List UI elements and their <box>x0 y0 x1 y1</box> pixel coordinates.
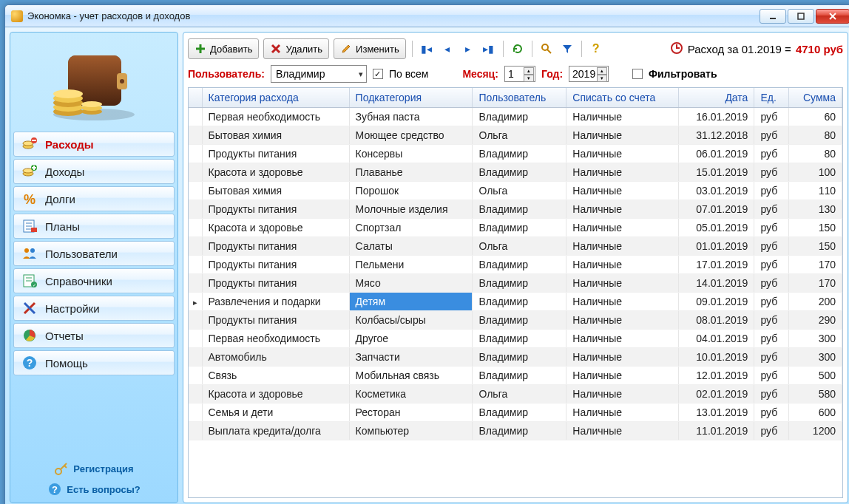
col-header[interactable]: Категория расхода <box>202 88 349 108</box>
nav-prev-icon[interactable]: ◂ <box>439 41 456 57</box>
table-row[interactable]: Красота и здоровьеСпортзалВладимирНаличн… <box>189 219 842 237</box>
cell-user: Владимир <box>473 145 566 163</box>
table-row[interactable]: Продукты питанияПельмениВладимирНаличные… <box>189 256 842 274</box>
table-row[interactable]: Бытовая химияПорошокОльгаНаличные03.01.2… <box>189 182 842 200</box>
cell-user: Владимир <box>473 403 566 422</box>
cell-sum: 80 <box>789 145 842 163</box>
maximize-button[interactable] <box>788 9 814 24</box>
year-input[interactable]: 2019▴▾ <box>569 66 609 82</box>
col-header[interactable]: Ед. <box>754 88 789 108</box>
table-row[interactable]: Продукты питанияСалатыОльгаНаличные01.01… <box>189 237 842 256</box>
cell-user: Владимир <box>473 348 566 367</box>
nav-next-icon[interactable]: ▸ <box>460 41 476 57</box>
app-logo <box>13 35 175 130</box>
sidebar-item-label: Отчеты <box>45 330 84 342</box>
cell-account: Наличные <box>566 403 679 422</box>
add-button[interactable]: Добавить <box>188 38 259 59</box>
col-header[interactable]: Пользователь <box>473 88 566 108</box>
cell-date: 03.01.2019 <box>678 182 754 200</box>
search-icon[interactable] <box>538 41 555 57</box>
table-row[interactable]: Первая необходимостьЗубная пастаВладимир… <box>189 108 842 126</box>
cell-sum: 170 <box>789 274 842 293</box>
table-row[interactable]: Продукты питанияКонсервыВладимирНаличные… <box>189 145 842 163</box>
table-row[interactable]: АвтомобильЗапчастиВладимирНаличные10.01.… <box>189 348 842 367</box>
col-header[interactable]: Подкатегория <box>349 88 473 108</box>
col-header[interactable]: Сумма <box>789 88 842 108</box>
svg-rect-31 <box>31 228 37 232</box>
reload-summary-icon[interactable] <box>670 41 683 57</box>
col-header[interactable]: Списать со счета <box>566 88 679 108</box>
svg-point-44 <box>55 469 61 474</box>
sidebar-item-label: Помощь <box>45 357 88 370</box>
cell-account: Наличные <box>566 219 679 237</box>
cell-date: 14.01.2019 <box>678 274 754 293</box>
cell-account: Наличные <box>566 274 679 293</box>
table-row[interactable]: Красота и здоровьеКосметикаОльгаНаличные… <box>189 385 842 403</box>
help-toolbar-icon[interactable]: ? <box>588 41 604 57</box>
refresh-icon[interactable] <box>510 41 526 57</box>
cell-date: 12.01.2019 <box>678 367 754 385</box>
cell-category: Связь <box>202 367 349 385</box>
table-row[interactable]: Продукты питанияМолочные изделияВладимир… <box>189 200 842 219</box>
cell-user: Владимир <box>473 311 566 330</box>
cell-account: Наличные <box>566 330 679 348</box>
year-label: Год: <box>541 68 563 80</box>
cell-user: Ольга <box>473 126 566 145</box>
cell-unit: руб <box>754 385 789 403</box>
sidebar-item-label: Справочники <box>45 275 112 287</box>
sidebar-item-4[interactable]: Пользователи <box>13 241 175 266</box>
sidebar-item-8[interactable]: ?Помощь <box>13 350 175 375</box>
delete-button[interactable]: Удалить <box>263 38 329 59</box>
cell-unit: руб <box>754 145 789 163</box>
row-indicator <box>189 256 202 274</box>
book-icon: ✓ <box>21 273 38 289</box>
filter-icon[interactable] <box>559 41 575 57</box>
edit-button[interactable]: Изменить <box>334 38 406 59</box>
col-indicator <box>189 88 202 108</box>
table-row[interactable]: Семья и детиРесторанВладимирНаличные13.0… <box>189 403 842 422</box>
col-header[interactable]: Дата <box>678 88 754 108</box>
sidebar-item-2[interactable]: %Долги <box>13 186 175 211</box>
user-select[interactable]: Владимир <box>271 65 367 83</box>
sidebar-item-3[interactable]: Планы <box>13 214 175 239</box>
table-row[interactable]: Продукты питанияМясоВладимирНаличные14.0… <box>189 274 842 293</box>
expense-table[interactable]: Категория расходаПодкатегорияПользовател… <box>188 87 843 498</box>
cell-sum: 100 <box>789 163 842 182</box>
cell-unit: руб <box>754 274 789 293</box>
sidebar-item-6[interactable]: Настройки <box>13 296 175 321</box>
cell-unit: руб <box>754 163 789 182</box>
filter-checkbox[interactable] <box>632 69 643 79</box>
sidebar-item-label: Доходы <box>45 166 84 178</box>
sidebar-item-label: Планы <box>45 220 80 233</box>
cell-account: Наличные <box>566 385 679 403</box>
month-input[interactable]: 1▴▾ <box>504 66 535 82</box>
sidebar-item-0[interactable]: Расходы <box>13 132 175 157</box>
register-link[interactable]: Регистрация <box>18 461 170 476</box>
cell-category: Развлечения и подарки <box>202 293 349 311</box>
cell-date: 01.01.2019 <box>678 237 754 256</box>
minimize-button[interactable] <box>760 9 786 24</box>
cell-user: Владимир <box>473 256 566 274</box>
table-row[interactable]: ▸Развлечения и подаркиДетямВладимирНалич… <box>189 293 842 311</box>
nav-first-icon[interactable]: ▮◂ <box>419 41 435 57</box>
nav-last-icon[interactable]: ▸▮ <box>481 41 497 57</box>
close-button[interactable] <box>816 9 849 24</box>
all-users-label: По всем <box>389 68 428 80</box>
sidebar-item-1[interactable]: Доходы <box>13 159 175 184</box>
sidebar-item-5[interactable]: ✓Справочники <box>13 268 175 293</box>
app-icon <box>11 10 23 22</box>
svg-text:%: % <box>24 192 35 207</box>
cell-user: Владимир <box>473 330 566 348</box>
cell-category: Продукты питания <box>202 311 349 330</box>
table-row[interactable]: Выплата кредита/долгаКомпьютерВладимирНа… <box>189 422 842 440</box>
cell-subcategory: Запчасти <box>349 348 473 367</box>
questions-link[interactable]: ? Есть вопросы? <box>18 482 170 497</box>
table-row[interactable]: СвязьМобильная связьВладимирНаличные12.0… <box>189 367 842 385</box>
table-row[interactable]: Красота и здоровьеПлаваньеВладимирНаличн… <box>189 163 842 182</box>
table-row[interactable]: Бытовая химияМоющее средствоОльгаНаличны… <box>189 126 842 145</box>
sidebar-item-label: Расходы <box>45 138 94 151</box>
table-row[interactable]: Продукты питанияКолбасы/сырыВладимирНали… <box>189 311 842 330</box>
table-row[interactable]: Первая необходимостьДругоеВладимирНаличн… <box>189 330 842 348</box>
sidebar-item-7[interactable]: Отчеты <box>13 323 175 348</box>
all-users-checkbox[interactable]: ✓ <box>373 69 383 79</box>
